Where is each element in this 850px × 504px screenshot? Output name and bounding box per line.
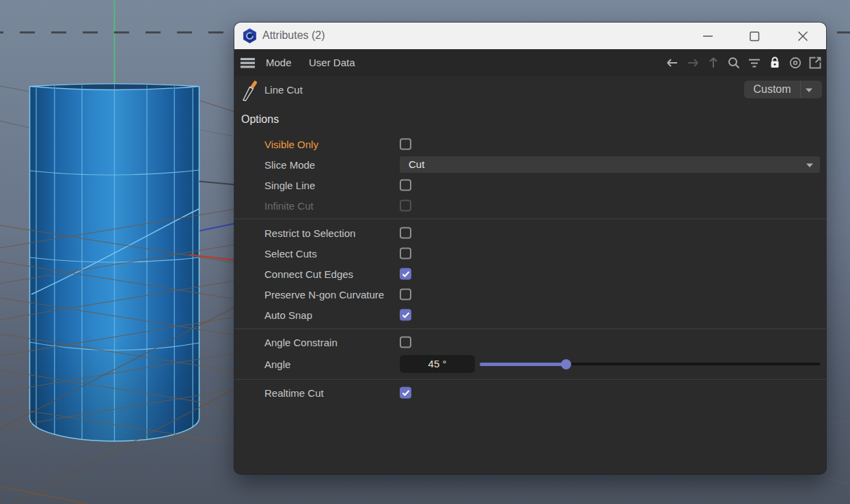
option-row-angle: Angle 45 ° [234, 354, 826, 374]
lock-icon[interactable] [768, 56, 782, 70]
minimize-button[interactable] [701, 29, 715, 43]
up-icon[interactable] [707, 56, 720, 70]
option-row-infinite-cut: Infinite Cut [234, 195, 826, 216]
window-titlebar[interactable]: Attributes (2) [234, 23, 826, 49]
tool-header-row: Line Cut Custom [234, 76, 826, 104]
slider-knob[interactable] [561, 359, 571, 369]
single-line-checkbox[interactable] [400, 180, 411, 191]
select-cuts-checkbox[interactable] [400, 248, 411, 260]
maximize-button[interactable] [748, 29, 761, 43]
restrict-to-selection-checkbox[interactable] [400, 227, 411, 239]
slider-fill [480, 363, 568, 366]
option-row-auto-snap: Auto Snap [234, 305, 826, 325]
menubar: Mode User Data [234, 49, 826, 76]
option-row-realtime-cut: Realtime Cut [234, 382, 826, 403]
line-cut-tool-icon [241, 80, 261, 102]
option-row-visible-only: Visible Only [234, 134, 826, 154]
tool-name: Line Cut [264, 84, 303, 96]
connect-cut-edges-checkbox[interactable] [400, 268, 411, 280]
menu-icon[interactable] [241, 56, 256, 70]
menu-user-data[interactable]: User Data [309, 57, 355, 68]
separator [234, 219, 826, 219]
preset-dropdown[interactable]: Custom [744, 81, 822, 98]
separator [234, 328, 826, 329]
realtime-cut-checkbox[interactable] [400, 387, 411, 399]
slider-track[interactable] [568, 363, 820, 365]
auto-snap-checkbox[interactable] [400, 309, 411, 321]
preset-divider [800, 81, 801, 98]
separator [234, 379, 826, 380]
infinite-cut-checkbox [400, 200, 411, 212]
option-row-slice-mode: Slice Mode Cut [234, 154, 826, 175]
preserve-ngon-curvature-checkbox[interactable] [400, 289, 411, 300]
option-row-connect-cut-edges: Connect Cut Edges [234, 264, 826, 284]
visible-only-checkbox[interactable] [400, 139, 411, 150]
attributes-content: Options Visible Only Slice Mode Cut Sing… [234, 104, 826, 474]
open-window-icon[interactable] [808, 56, 822, 70]
filter-icon[interactable] [748, 56, 761, 70]
preset-value: Custom [744, 83, 800, 96]
cylinder-object[interactable] [30, 84, 200, 442]
chevron-down-icon [806, 163, 814, 168]
option-row-single-line: Single Line [234, 175, 826, 195]
search-icon[interactable] [727, 56, 741, 70]
slice-mode-dropdown[interactable]: Cut [400, 156, 820, 173]
window-title: Attributes (2) [262, 29, 325, 42]
back-icon[interactable] [666, 56, 679, 70]
section-options: Options [241, 113, 279, 126]
angle-value-field[interactable]: 45 ° [400, 355, 475, 373]
option-row-restrict-to-selection: Restrict to Selection [234, 223, 826, 243]
option-row-select-cuts: Select Cuts [234, 243, 826, 264]
option-row-preserve-ngon-curvature: Preserve N-gon Curvature [234, 284, 826, 305]
menu-mode[interactable]: Mode [266, 57, 292, 68]
app-icon [242, 28, 258, 44]
record-icon[interactable] [789, 56, 802, 70]
angle-slider[interactable] [480, 354, 820, 374]
attributes-window: Attributes (2) Mode User Data [234, 23, 826, 474]
chevron-down-icon[interactable] [805, 87, 813, 93]
forward-icon[interactable] [686, 56, 700, 70]
angle-constrain-checkbox[interactable] [400, 337, 411, 348]
close-button[interactable] [796, 29, 810, 43]
option-row-angle-constrain: Angle Constrain [234, 332, 826, 352]
